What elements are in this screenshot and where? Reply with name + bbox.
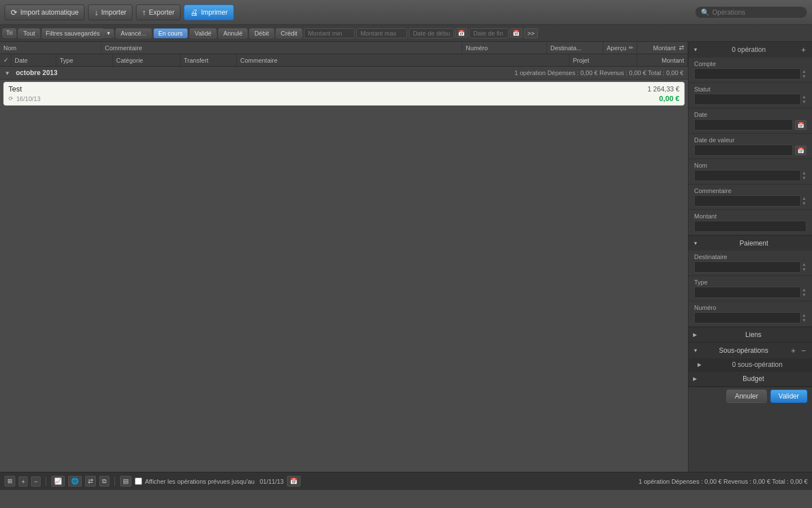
numero-input[interactable]	[694, 312, 801, 323]
compte-input[interactable]	[694, 68, 801, 80]
commentaire-up-arrow[interactable]: ▲	[802, 196, 806, 201]
date-valeur-field: Date de valeur 📅	[689, 134, 812, 159]
transaction-name: Test	[8, 85, 22, 93]
col-destinataire[interactable]: Destinata...	[547, 42, 603, 54]
sous-op-count-label: 0 sous-opération	[707, 361, 807, 369]
type-input[interactable]	[694, 287, 801, 298]
statut-down-arrow[interactable]: ▼	[802, 100, 806, 104]
calendar-settings-button[interactable]: 📅	[287, 476, 301, 487]
remove-sous-operation-button[interactable]: −	[800, 346, 807, 355]
advanced-filter-button[interactable]: Avancé...	[116, 28, 152, 38]
destinataire-input[interactable]	[694, 261, 801, 273]
date-input[interactable]	[694, 119, 793, 130]
operation-section-header[interactable]: ▼ 0 opération +	[689, 42, 812, 58]
duplicate-icon-button[interactable]: ⧉	[99, 476, 109, 487]
liens-section-header[interactable]: ▶ Liens	[689, 327, 812, 342]
view-toggle-button[interactable]: ▤	[120, 476, 131, 487]
date-start-input[interactable]	[409, 28, 454, 38]
compte-up-arrow[interactable]: ▲	[802, 69, 806, 74]
date-start-filter: 📅	[409, 28, 467, 38]
show-forecast-checkbox[interactable]	[135, 478, 142, 485]
col-montant[interactable]: Montant ⇄	[637, 42, 688, 54]
sub-montant[interactable]: Montant	[637, 54, 688, 66]
cancelled-filter-button[interactable]: Annulé	[218, 28, 248, 38]
all-filter-button[interactable]: Tout	[18, 28, 40, 38]
type-up-arrow[interactable]: ▲	[802, 288, 806, 292]
commentaire-down-arrow[interactable]: ▼	[802, 202, 806, 206]
col-apercu[interactable]: Aperçu ✏	[603, 42, 637, 54]
operation-count-label: 0 opération	[700, 46, 797, 54]
saved-filters: Filtres sauvegardés ▼	[42, 28, 114, 38]
globe-icon-button[interactable]: 🌐	[68, 476, 82, 487]
sous-operations-section-header[interactable]: ▼ Sous-opérations + −	[689, 343, 812, 358]
export-button[interactable]: ↑ Exporter	[136, 5, 180, 20]
col-commentaire[interactable]: Commentaire	[102, 42, 462, 54]
transaction-top: Test 1 264,33 €	[8, 85, 679, 93]
nom-input[interactable]	[694, 170, 801, 181]
sub-commentaire[interactable]: Commentaire	[237, 54, 570, 66]
col-numero[interactable]: Numéro	[462, 42, 547, 54]
more-filters-button[interactable]: >>	[524, 28, 538, 38]
numero-up-arrow[interactable]: ▲	[802, 313, 806, 318]
statut-input[interactable]	[694, 94, 801, 105]
budget-section-header[interactable]: ▶ Budget	[689, 371, 812, 386]
sub-projet[interactable]: Projet	[570, 54, 637, 66]
date-start-calendar-icon[interactable]: 📅	[455, 28, 467, 38]
minus-icon-button[interactable]: −	[31, 476, 40, 487]
validate-button[interactable]: Valider	[770, 389, 807, 403]
print-button[interactable]: 🖨 Imprimer	[184, 5, 233, 20]
paiement-section-header[interactable]: ▼ Paiement	[689, 236, 812, 251]
add-operation-button[interactable]: +	[800, 45, 807, 54]
numero-down-arrow[interactable]: ▼	[802, 318, 806, 323]
print-icon: 🖨	[190, 8, 198, 17]
add-sous-operation-button[interactable]: +	[789, 346, 797, 355]
type-down-arrow[interactable]: ▼	[802, 293, 806, 297]
search-input[interactable]	[712, 8, 797, 16]
sort-button[interactable]: Tri	[2, 28, 16, 38]
sous-operations-section: ▼ Sous-opérations + − ▶ 0 sous-opération	[689, 343, 812, 371]
edit-icon[interactable]: ✏	[629, 45, 633, 51]
saved-filters-button[interactable]: Filtres sauvegardés	[42, 28, 103, 38]
date-valeur-calendar-icon[interactable]: 📅	[795, 146, 806, 155]
sub-transfert[interactable]: Transfert	[180, 54, 237, 66]
table-content: ▼ octobre 2013 1 opération Dépenses : 0,…	[0, 67, 688, 472]
nom-up-arrow[interactable]: ▲	[802, 171, 806, 176]
col-nom[interactable]: Nom	[0, 42, 102, 54]
sub-type[interactable]: Type	[56, 54, 113, 66]
credit-filter-button[interactable]: Crédit	[276, 28, 302, 38]
statut-up-arrow[interactable]: ▲	[802, 95, 806, 99]
montant-input[interactable]	[694, 221, 806, 232]
sub-categorie[interactable]: Catégorie	[113, 54, 180, 66]
date-field: Date 📅	[689, 108, 812, 134]
commentaire-input[interactable]	[694, 195, 801, 207]
date-end-input[interactable]	[469, 28, 509, 38]
compte-field: Compte ▲ ▼	[689, 58, 812, 83]
nom-down-arrow[interactable]: ▼	[802, 176, 806, 181]
date-end-calendar-icon[interactable]: 📅	[510, 28, 522, 38]
destinataire-down-arrow[interactable]: ▼	[802, 268, 806, 272]
sub-date[interactable]: Date	[11, 54, 56, 66]
amount-min-input[interactable]	[304, 28, 355, 38]
swap-icon[interactable]: ⇄	[679, 44, 684, 51]
date-field-calendar-icon[interactable]: 📅	[795, 120, 806, 130]
chart-icon-button[interactable]: 📈	[51, 476, 65, 487]
home-icon-button[interactable]: ⊞	[5, 476, 15, 487]
compte-down-arrow[interactable]: ▼	[802, 75, 806, 79]
sub-check: ✓	[0, 54, 11, 66]
validated-filter-button[interactable]: Validé	[189, 28, 217, 38]
destinataire-up-arrow[interactable]: ▲	[802, 262, 806, 267]
import-button[interactable]: ↓ Importer	[88, 5, 133, 20]
import-auto-button[interactable]: ⟳ Import automatique	[5, 5, 85, 20]
table-row[interactable]: Test 1 264,33 € ⟳ 16/10/13 0,00 €	[3, 82, 685, 106]
date-valeur-input[interactable]	[694, 144, 793, 156]
cancel-button[interactable]: Annuler	[726, 389, 766, 403]
import-auto-icon: ⟳	[11, 8, 17, 17]
amount-max-input[interactable]	[356, 28, 407, 38]
month-collapse-icon[interactable]: ▼	[5, 70, 10, 76]
debit-filter-button[interactable]: Débit	[249, 28, 274, 38]
sous-op-count-row[interactable]: ▶ 0 sous-opération	[689, 358, 812, 371]
add-icon-button[interactable]: +	[19, 476, 28, 487]
in-progress-filter-button[interactable]: En cours	[153, 28, 188, 38]
transfer-icon-button[interactable]: ⇄	[85, 476, 96, 487]
saved-filters-arrow[interactable]: ▼	[103, 29, 114, 38]
